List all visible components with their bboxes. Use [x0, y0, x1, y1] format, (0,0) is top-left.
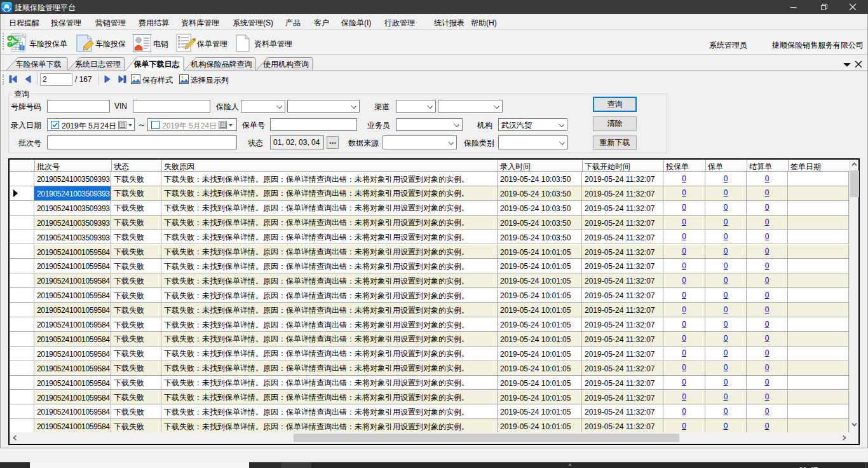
svg-text:车险保单下载: 车险保单下载 [16, 60, 62, 69]
svg-text:系统日志管理: 系统日志管理 [75, 60, 121, 69]
svg-text:机构保险品牌查询: 机构保险品牌查询 [191, 60, 252, 69]
svg-text:使用机构查询: 使用机构查询 [263, 60, 309, 69]
svg-text:保单下载日志: 保单下载日志 [133, 60, 180, 69]
